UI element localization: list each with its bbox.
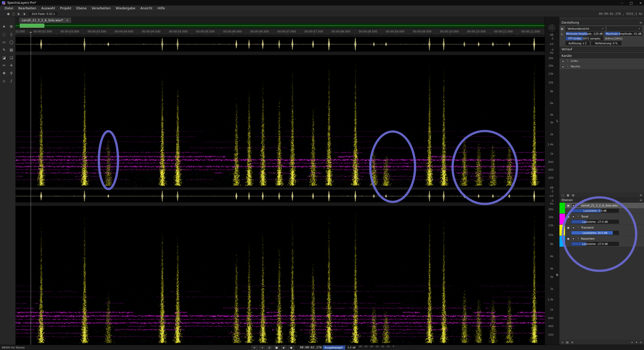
refinement-slider[interactable]: Verfeinerung: 0 % (591, 41, 621, 45)
skip-end-button[interactable]: ⇥ (259, 345, 265, 349)
layer-volume-slider[interactable]: Lautstärke: 16.0 dB (571, 231, 619, 235)
layer-volume-slider[interactable]: Lautstärke: 0.0 dB (571, 209, 619, 213)
nav-view-region[interactable] (20, 24, 44, 28)
hand-tool[interactable]: ✥ (1, 69, 8, 77)
time-fade-field[interactable]: Zeit-Fade: 0.02 s (28, 12, 58, 16)
menu-item-auswahl[interactable]: Auswahl (39, 6, 57, 11)
solo-button[interactable]: S (566, 59, 570, 63)
output-level-field[interactable]: Ausgabepegel: 0.0 dB (323, 345, 358, 349)
zoom-tool[interactable]: ⚲ (8, 69, 15, 77)
menu-item-verarbeiten[interactable]: Verarbeiten (89, 6, 113, 11)
spectrogram-right-channel[interactable] (16, 206, 545, 345)
menu-item-ansicht[interactable]: Ansicht (138, 6, 155, 11)
layer-mute-button[interactable]: ▪ (572, 215, 575, 218)
layer-mute-button[interactable]: ▪ (572, 226, 575, 229)
eye-icon[interactable]: ◉ (566, 215, 570, 218)
maximize-button[interactable]: □ (630, 1, 633, 5)
menu-icon[interactable]: ≡ (640, 194, 642, 197)
layer-color-swatch[interactable] (559, 225, 565, 236)
grid-icon[interactable]: ▦ (561, 27, 563, 30)
tab-close-icon[interactable]: × (66, 19, 69, 22)
playback-tool[interactable]: ♪ (8, 77, 15, 85)
zoom-knob[interactable] (547, 23, 557, 33)
pencil-icon[interactable]: ✎ (561, 33, 563, 36)
minimize-button[interactable]: – (621, 1, 623, 5)
brush-tool[interactable]: ✎ (1, 46, 8, 54)
layer-toolbar-icon-1[interactable]: ▣ (567, 194, 569, 197)
fft-size-slider[interactable]: FFT-Größe: 3072 samples (566, 36, 603, 40)
section-verlauf-header[interactable]: Verlauf (559, 47, 644, 52)
layer-solo-button[interactable]: S (576, 215, 580, 218)
eye-icon[interactable]: ◉ (566, 226, 570, 229)
play-button[interactable]: ▶ (281, 345, 287, 349)
panel-bottom-action-0[interactable]: + (631, 341, 633, 344)
record-button[interactable]: ● (288, 345, 294, 349)
menu-item-bearbeiten[interactable]: Bearbeiten (16, 6, 39, 11)
layer-row[interactable]: ◉▪Scarulli_21_3_2_A_Solo.wavLautstärke: … (559, 203, 644, 214)
mute-button[interactable]: ▪ (561, 59, 565, 63)
3d-view-tool[interactable]: ◇ (1, 77, 8, 85)
layer-solo-button[interactable]: S (576, 226, 580, 229)
cut-tool[interactable]: ✂ (1, 61, 8, 69)
menu-icon[interactable]: ≡ (639, 21, 642, 24)
layer-mute-button[interactable]: ▪ (572, 204, 575, 207)
waveform-right-channel[interactable] (16, 190, 545, 202)
min-amplitude-slider[interactable]: Minimale Amplitude: -120 dB (566, 32, 603, 36)
menu-item-ebene[interactable]: Ebene (74, 6, 89, 11)
toolbar-icon-0[interactable]: ● (7, 12, 10, 16)
channel-row[interactable]: ▪SLinks (559, 58, 644, 64)
layer-row[interactable]: ◉▪STonalLautstärke: -27.0 dB (559, 214, 644, 225)
lasso-tool[interactable]: ◌ (1, 30, 8, 38)
layer-volume-slider[interactable]: Lautstärke: -27.0 dB (571, 220, 619, 224)
time-select-tool[interactable]: ▯ (8, 30, 15, 38)
layer-name-row[interactable]: ◉▪STransient (565, 225, 644, 230)
loop-button[interactable]: ⇄ (266, 345, 272, 349)
layer-name-row[interactable]: ◉▪STonal (565, 214, 644, 219)
clone-tool[interactable]: ❏ (8, 54, 15, 61)
colormap-select[interactable]: ▾ (607, 26, 642, 31)
toolbar-icon-1[interactable]: ▢ (12, 12, 15, 16)
eraser-tool[interactable]: ◪ (1, 54, 8, 61)
layer-name-row[interactable]: ◉▪SRauschen (565, 236, 644, 241)
rect-select-tool[interactable]: ▭ (1, 38, 8, 46)
ellipse-select-tool[interactable]: ◯ (8, 38, 15, 46)
menu-icon[interactable]: ≡ (639, 198, 642, 202)
layer-toolbar-icon-2[interactable]: ▤ (572, 194, 574, 197)
max-amplitude-slider[interactable]: Maximale Amplitude: -51 dB (605, 32, 642, 36)
layer-color-swatch[interactable] (559, 236, 565, 247)
skip-start-button[interactable]: ⇤ (252, 345, 258, 349)
measure-tool[interactable]: ✛ (8, 61, 15, 69)
section-ebenen-header[interactable]: Ebenen ≡ (559, 198, 644, 203)
layer-solo-button[interactable]: S (576, 237, 580, 240)
panel-bottom-icon-0[interactable]: ▫ (561, 341, 563, 344)
mute-button[interactable]: ▪ (561, 65, 565, 68)
stop-button[interactable]: ■ (273, 345, 280, 349)
menu-item-projekt[interactable]: Projekt (57, 6, 74, 11)
layer-solo-button[interactable]: S (576, 204, 580, 207)
layer-row[interactable]: ◉▪STransientLautstärke: 16.0 dB (559, 225, 644, 236)
timeline-ruler[interactable]: 00:00:02.00000:00:02.50000:00:03.00000:0… (16, 29, 545, 35)
view-mode-select[interactable]: Verbundansicht ▾ (566, 26, 605, 31)
layer-toolbar-icon-0[interactable]: ▢ (561, 194, 564, 197)
toolbar-icon-3[interactable]: ◑ (23, 12, 25, 16)
menu-item-hilfe[interactable]: Hilfe (155, 6, 168, 11)
panel-bottom-icon-1[interactable]: ▤ (566, 341, 568, 344)
channel-row[interactable]: ▪SRechts (559, 64, 644, 69)
noise-tool[interactable]: ▨ (8, 46, 15, 54)
waveform-left-channel[interactable] (16, 37, 545, 52)
close-button[interactable]: × (639, 1, 642, 5)
menu-item-wiedergabe[interactable]: Wiedergabe (113, 6, 138, 11)
panel-bottom-action-1[interactable]: ▾ (636, 341, 637, 344)
layer-volume-slider[interactable]: Lautstärke: -27.0 dB (571, 242, 619, 246)
layer-name-row[interactable]: ◉▪Scarulli_21_3_2_A_Solo.wav (565, 203, 644, 208)
panel-bottom-icon-2[interactable]: ≡ (571, 341, 573, 344)
menu-item-datei[interactable]: Datei (2, 6, 16, 11)
select-tool[interactable]: ➤ (1, 22, 8, 30)
toolbar-icon-2[interactable]: ◐ (18, 12, 20, 16)
layer-color-swatch[interactable] (559, 214, 565, 225)
transform-tool[interactable]: ⊞ (8, 22, 15, 30)
document-tab[interactable]: carulli_21_3_2_A_Solo.wav* × (19, 18, 71, 23)
resolution-slider[interactable]: Auflösung: x 2 (566, 41, 590, 45)
spectrogram-left-channel[interactable] (16, 55, 545, 187)
section-kanaele-header[interactable]: Kanäle (559, 53, 644, 58)
